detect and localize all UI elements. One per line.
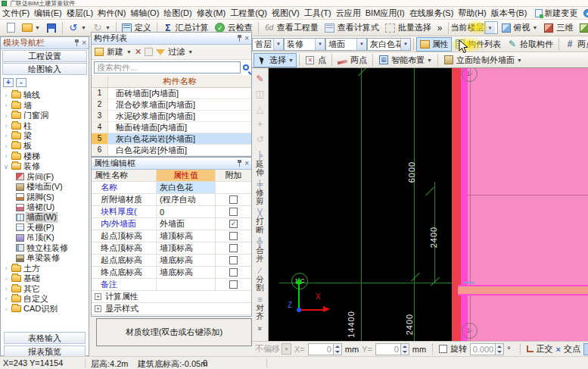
type-combobox[interactable]: 墙面▼ (325, 38, 367, 51)
search-input[interactable]: 搜索构件... (94, 61, 241, 73)
offset-combobox[interactable]: 不偏移 ▼ (255, 343, 291, 355)
view-formula-button[interactable]: 查看计算式 (322, 20, 382, 35)
align-tool-button[interactable]: ≡对齐 (256, 295, 265, 320)
pin-icon[interactable] (237, 160, 242, 167)
component-row[interactable]: 3水泥砂浆墙面[内墙面] (92, 111, 251, 122)
component-row[interactable]: 6白色花岗岩[外墙面] (92, 145, 251, 156)
property-value[interactable]: 墙顶标高 (157, 242, 216, 254)
drawing-canvas[interactable]: 6000 2400 14400 2400 1- 1- 1-C X Z (269, 68, 588, 341)
menu-item-12[interactable]: BIM应用(I) (363, 8, 407, 19)
new-component-button[interactable]: 新建 (107, 46, 123, 58)
chevron-collapsed-icon[interactable]: › (3, 285, 9, 292)
menu-item-8[interactable]: 工程量(Q) (228, 8, 269, 19)
tree-item[interactable]: 独立柱装修 (1, 243, 89, 253)
tab-drawing-input[interactable]: 绘图输入 (2, 63, 87, 75)
facade-wall-button[interactable]: 立面绘制外墙面▼ (440, 53, 525, 67)
tree-item[interactable]: ›墙 (1, 100, 89, 110)
attach-checkbox[interactable] (229, 208, 238, 216)
attach-checkbox[interactable] (229, 195, 238, 204)
point-tool-button[interactable]: ✕点 (302, 53, 329, 67)
extend-tool-button[interactable]: ╞延伸 (256, 151, 265, 176)
toolbar-overflow-button[interactable]: » (437, 23, 443, 33)
material-texture-panel[interactable]: 材质纹理(双击或右键添加) (96, 318, 252, 346)
expand-icon[interactable]: + (95, 293, 101, 300)
menu-item-6[interactable]: 绘图(D) (161, 8, 194, 19)
property-group-row[interactable]: +计算属性 (92, 291, 251, 303)
chevron-collapsed-icon[interactable]: › (3, 295, 9, 302)
wall-face-magenta[interactable] (461, 68, 468, 341)
tree-item[interactable]: 房间(F) (1, 172, 89, 182)
property-group-row[interactable]: +显示样式 (92, 303, 251, 315)
chevron-collapsed-icon[interactable]: › (3, 122, 9, 130)
attach-checkbox[interactable] (229, 232, 238, 240)
tree-item[interactable]: ›门窗洞 (1, 111, 89, 120)
tree-item[interactable]: ›轴线 (1, 90, 89, 100)
local-three-d-button[interactable]: 局部三维 (576, 20, 588, 35)
chevron-collapsed-icon[interactable]: › (3, 152, 9, 160)
property-value[interactable]: 墙顶标高 (157, 230, 216, 242)
break-tool-button[interactable]: ╳打断 (256, 208, 265, 233)
attach-checkbox[interactable] (229, 268, 238, 277)
property-value[interactable]: 灰白色花 (157, 182, 216, 193)
property-value[interactable]: (程序自动 (157, 194, 216, 205)
attach-checkbox[interactable] (229, 280, 238, 289)
floor-combobox[interactable]: 首层▼ (252, 38, 284, 51)
close-icon[interactable]: × (82, 39, 86, 47)
split-tool-button[interactable]: ∕分割 (256, 266, 265, 291)
rotate-input[interactable]: 0.000 (470, 343, 504, 355)
search-icon[interactable] (243, 64, 249, 70)
open-file-button[interactable]: ▼ (19, 20, 43, 35)
new-change-button[interactable]: 新建变更 (535, 8, 577, 19)
chevron-collapsed-icon[interactable]: › (3, 102, 9, 109)
pick-component-button[interactable]: ✎拾取构件 (504, 37, 556, 52)
tree-item[interactable]: 墙裙(U) (1, 202, 89, 212)
chevron-expanded-icon[interactable]: ∨ (3, 163, 9, 170)
strip-collapse-icon[interactable]: » (256, 327, 264, 331)
tree-item[interactable]: 吊顶(K) (1, 233, 89, 242)
pin-icon[interactable] (237, 35, 242, 42)
new-file-button[interactable] (2, 20, 19, 35)
menu-item-7[interactable]: 修改(M) (194, 8, 229, 19)
tree-item[interactable]: 单梁装修 (1, 253, 89, 263)
merge-tool-button[interactable]: ╬合并 (256, 237, 265, 262)
chevron-collapsed-icon[interactable]: › (3, 112, 9, 120)
tree-item[interactable]: ›板 (1, 141, 89, 151)
attach-checkbox[interactable] (229, 256, 238, 264)
attach-checkbox[interactable] (229, 244, 238, 252)
table-input-button[interactable]: 表格输入 (4, 332, 86, 344)
rotate-checkbox[interactable] (439, 345, 447, 353)
close-icon[interactable]: × (244, 160, 249, 167)
save-button[interactable] (43, 20, 60, 35)
menu-item-11[interactable]: 云应用 (334, 8, 363, 19)
component-row[interactable]: 5灰白色花岗岩[外墙面] (92, 133, 251, 145)
tree-item[interactable]: ∨装修 (1, 161, 89, 171)
batch-select-button[interactable]: 批量选择 (382, 20, 434, 35)
property-value[interactable]: 外墙面 (157, 218, 216, 230)
tree-item[interactable]: ›基础 (1, 274, 89, 283)
property-value[interactable] (157, 279, 216, 290)
menu-item-15[interactable]: 版本号(B) (489, 8, 530, 19)
chevron-collapsed-icon[interactable]: › (3, 92, 9, 99)
delete-component-button[interactable]: ✕ (135, 47, 142, 57)
property-value[interactable]: 墙底标高 (157, 255, 216, 266)
chevron-collapsed-icon[interactable]: › (3, 264, 9, 272)
menu-item-5[interactable]: 辅轴(O) (128, 8, 161, 19)
menu-item-14[interactable]: 帮助(H) (456, 8, 488, 19)
menu-item-2[interactable]: 编辑(E) (32, 8, 64, 19)
menu-item-3[interactable]: 楼层(L) (64, 8, 95, 19)
tree-item[interactable]: ›CAD识别 (1, 304, 89, 314)
contact-support-button[interactable]: 联系客服 (583, 8, 588, 19)
view-quantity-button[interactable]: 6d查看工程量 (261, 20, 322, 35)
attach-checkbox[interactable]: ✓ (229, 220, 238, 228)
ortho-toggle[interactable]: 正交 (537, 343, 553, 355)
tree-item[interactable]: ›柱 (1, 120, 89, 130)
component-row[interactable]: 1面砖墙面[内墙面] (92, 88, 251, 99)
menu-item-4[interactable]: 构件(N) (95, 8, 128, 19)
wall-surface-pink[interactable] (468, 68, 588, 341)
tree-item[interactable]: 踢脚(S) (1, 192, 89, 202)
property-value[interactable]: 墙底标高 (157, 267, 216, 278)
current-floor-combobox[interactable]: ▼ (484, 21, 498, 34)
snap-settings-button[interactable] (583, 343, 588, 355)
filter-button[interactable]: 过滤 (168, 46, 185, 58)
component-list-button[interactable]: 构件列表 (452, 37, 504, 52)
